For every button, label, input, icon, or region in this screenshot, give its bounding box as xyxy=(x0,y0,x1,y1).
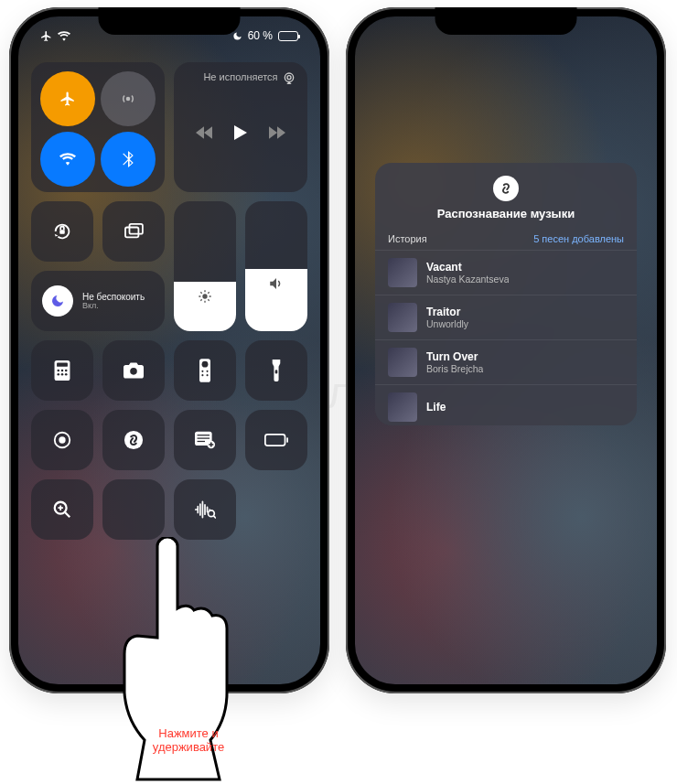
svg-point-11 xyxy=(65,370,68,372)
orientation-lock-tile[interactable] xyxy=(31,201,93,262)
song-title: Life xyxy=(426,401,446,413)
svg-point-21 xyxy=(207,374,209,376)
screen-right: Распознавание музыки История 5 песен доб… xyxy=(355,16,657,684)
screen-mirroring-tile[interactable] xyxy=(102,201,165,262)
volume-slider[interactable] xyxy=(245,201,307,331)
low-power-tile[interactable] xyxy=(245,410,307,470)
forward-icon[interactable] xyxy=(269,126,285,139)
svg-point-24 xyxy=(59,436,65,443)
hand-caption: Нажмите и удерживайте xyxy=(143,726,234,755)
battery-icon xyxy=(278,31,298,41)
rewind-icon[interactable] xyxy=(196,126,212,139)
svg-rect-32 xyxy=(286,437,288,442)
media-tile[interactable]: Не исполняется xyxy=(174,62,307,192)
song-row[interactable]: Vacant Nastya Kazantseva xyxy=(375,250,637,295)
album-art xyxy=(388,303,417,332)
wifi-icon xyxy=(58,31,70,41)
empty-tile-1[interactable] xyxy=(102,479,165,540)
svg-point-20 xyxy=(201,374,203,376)
moon-icon xyxy=(232,31,242,41)
svg-rect-29 xyxy=(198,441,205,442)
album-art xyxy=(388,392,417,422)
airplane-mode-toggle[interactable] xyxy=(40,71,95,126)
song-artist: Unworldly xyxy=(426,318,468,330)
play-icon[interactable] xyxy=(234,125,247,140)
battery-percent: 60 % xyxy=(248,29,273,42)
album-art xyxy=(388,348,417,377)
calculator-tile[interactable] xyxy=(31,340,93,401)
svg-point-14 xyxy=(65,373,68,376)
svg-point-2 xyxy=(287,76,291,80)
connectivity-tile[interactable] xyxy=(31,62,165,192)
bluetooth-toggle[interactable] xyxy=(101,132,156,187)
camera-tile[interactable] xyxy=(102,340,165,401)
airplane-icon xyxy=(40,30,52,42)
notes-tile[interactable] xyxy=(174,410,236,470)
brightness-slider[interactable] xyxy=(174,201,236,331)
svg-rect-28 xyxy=(198,437,210,438)
shazam-popup[interactable]: Распознавание музыки История 5 песен доб… xyxy=(375,163,637,425)
song-title: Traitor xyxy=(426,306,468,318)
song-title: Vacant xyxy=(426,261,509,274)
song-row[interactable]: Traitor Unworldly xyxy=(375,295,637,339)
svg-point-25 xyxy=(124,431,143,449)
media-title: Не исполняется xyxy=(203,71,277,82)
svg-rect-22 xyxy=(275,370,278,373)
history-count[interactable]: 5 песен добавлены xyxy=(533,233,624,244)
wifi-toggle[interactable] xyxy=(40,132,95,187)
shazam-title: Распознавание музыки xyxy=(375,207,637,220)
song-row[interactable]: Life xyxy=(375,384,637,425)
svg-point-15 xyxy=(130,368,137,375)
svg-point-13 xyxy=(61,373,64,376)
do-not-disturb-tile[interactable]: Не беспокоить Вкл. xyxy=(31,271,165,331)
flashlight-tile[interactable] xyxy=(245,340,307,401)
sound-recognition-tile[interactable] xyxy=(174,479,236,540)
song-row[interactable]: Turn Over Boris Brejcha xyxy=(375,339,637,384)
svg-rect-3 xyxy=(59,230,65,234)
svg-point-19 xyxy=(207,371,209,372)
shazam-icon xyxy=(493,176,519,201)
cellular-toggle[interactable] xyxy=(101,71,156,126)
svg-point-0 xyxy=(126,97,131,102)
svg-point-1 xyxy=(285,73,293,81)
svg-rect-27 xyxy=(198,435,210,435)
hand-pointer-overlay: Нажмите и удерживайте xyxy=(110,537,247,784)
svg-rect-8 xyxy=(57,363,68,367)
svg-point-18 xyxy=(201,371,203,372)
svg-point-12 xyxy=(58,373,60,376)
screen-record-tile[interactable] xyxy=(31,410,93,470)
svg-rect-31 xyxy=(265,435,285,446)
airplay-icon[interactable] xyxy=(282,71,296,86)
shazam-tile[interactable] xyxy=(102,410,165,470)
dnd-title: Не беспокоить xyxy=(82,292,145,302)
notch xyxy=(435,7,577,35)
svg-rect-5 xyxy=(130,224,143,234)
history-label: История xyxy=(388,233,427,244)
song-title: Turn Over xyxy=(426,350,483,363)
notch xyxy=(99,7,241,35)
svg-rect-4 xyxy=(125,228,138,238)
svg-point-17 xyxy=(202,361,209,368)
svg-point-9 xyxy=(58,370,60,372)
svg-point-34 xyxy=(208,510,214,517)
phone-right: Распознавание музыки История 5 песен доб… xyxy=(346,7,666,693)
song-artist: Boris Brejcha xyxy=(426,363,483,375)
apple-tv-remote-tile[interactable] xyxy=(174,340,236,401)
svg-point-10 xyxy=(61,370,64,372)
dnd-subtitle: Вкл. xyxy=(82,302,145,311)
album-art xyxy=(388,258,417,287)
magnifier-tile[interactable] xyxy=(31,479,93,540)
svg-point-6 xyxy=(202,294,207,298)
song-artist: Nastya Kazantseva xyxy=(426,274,509,285)
